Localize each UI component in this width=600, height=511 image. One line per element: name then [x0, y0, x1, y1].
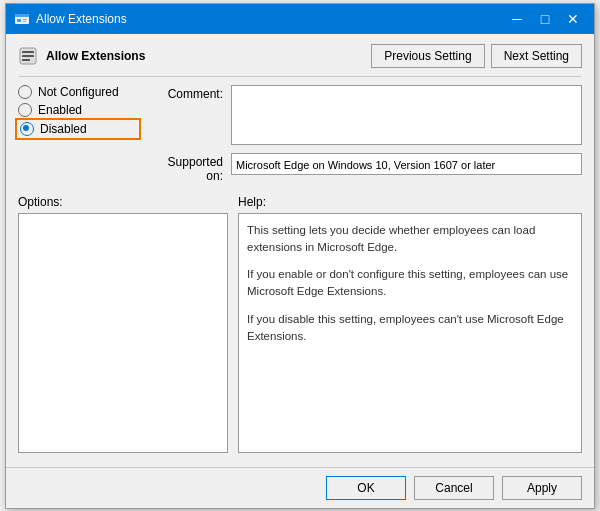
not-configured-label: Not Configured	[38, 85, 119, 99]
title-bar: Allow Extensions ─ □ ✕	[6, 4, 594, 34]
enabled-option[interactable]: Enabled	[18, 103, 138, 117]
dialog-footer: OK Cancel Apply	[6, 467, 594, 508]
comment-row: Comment:	[148, 85, 582, 145]
ok-button[interactable]: OK	[326, 476, 406, 500]
dialog-content: Allow Extensions Previous Setting Next S…	[6, 34, 594, 463]
svg-rect-7	[22, 55, 34, 57]
help-title: Help:	[238, 195, 582, 209]
svg-rect-3	[23, 19, 27, 20]
fields-panel: Comment: Supported on: Microsoft Edge on…	[148, 85, 582, 183]
apply-button[interactable]: Apply	[502, 476, 582, 500]
supported-label: Supported on:	[148, 153, 223, 183]
main-area: Not Configured Enabled Disabled Comment:	[18, 85, 582, 183]
options-section: Options:	[18, 195, 228, 453]
minimize-button[interactable]: ─	[504, 9, 530, 29]
main-window: Allow Extensions ─ □ ✕ Allow Extensions	[5, 3, 595, 509]
help-paragraph-2: If you enable or don't configure this se…	[247, 266, 573, 301]
svg-rect-8	[22, 59, 30, 61]
radio-panel: Not Configured Enabled Disabled	[18, 85, 138, 183]
disabled-radio[interactable]	[20, 122, 34, 136]
disabled-option[interactable]: Disabled	[18, 121, 138, 137]
previous-setting-button[interactable]: Previous Setting	[371, 44, 484, 68]
help-paragraph-1: This setting lets you decide whether emp…	[247, 222, 573, 257]
svg-rect-2	[17, 19, 21, 22]
svg-rect-4	[23, 21, 26, 22]
title-bar-text: Allow Extensions	[36, 12, 504, 26]
cancel-button[interactable]: Cancel	[414, 476, 494, 500]
dialog-title-row: Allow Extensions	[18, 46, 145, 66]
options-help-area: Options: Help: This setting lets you dec…	[18, 195, 582, 453]
enabled-radio[interactable]	[18, 103, 32, 117]
close-button[interactable]: ✕	[560, 9, 586, 29]
title-bar-controls: ─ □ ✕	[504, 9, 586, 29]
maximize-button[interactable]: □	[532, 9, 558, 29]
window-icon	[14, 11, 30, 27]
next-setting-button[interactable]: Next Setting	[491, 44, 582, 68]
disabled-label: Disabled	[40, 122, 87, 136]
dialog-title: Allow Extensions	[46, 49, 145, 63]
supported-row: Supported on: Microsoft Edge on Windows …	[148, 153, 582, 183]
comment-field[interactable]	[231, 85, 582, 145]
help-box[interactable]: This setting lets you decide whether emp…	[238, 213, 582, 453]
help-paragraph-3: If you disable this setting, employees c…	[247, 311, 573, 346]
supported-value: Microsoft Edge on Windows 10, Version 16…	[231, 153, 582, 175]
svg-rect-1	[15, 14, 29, 17]
svg-rect-6	[22, 51, 34, 53]
navigation-buttons: Previous Setting Next Setting	[371, 44, 582, 68]
not-configured-radio[interactable]	[18, 85, 32, 99]
help-section: Help: This setting lets you decide wheth…	[238, 195, 582, 453]
policy-icon	[18, 46, 38, 66]
options-title: Options:	[18, 195, 228, 209]
enabled-label: Enabled	[38, 103, 82, 117]
comment-label: Comment:	[148, 85, 223, 101]
dialog-header: Allow Extensions Previous Setting Next S…	[18, 44, 582, 77]
options-box	[18, 213, 228, 453]
not-configured-option[interactable]: Not Configured	[18, 85, 138, 99]
